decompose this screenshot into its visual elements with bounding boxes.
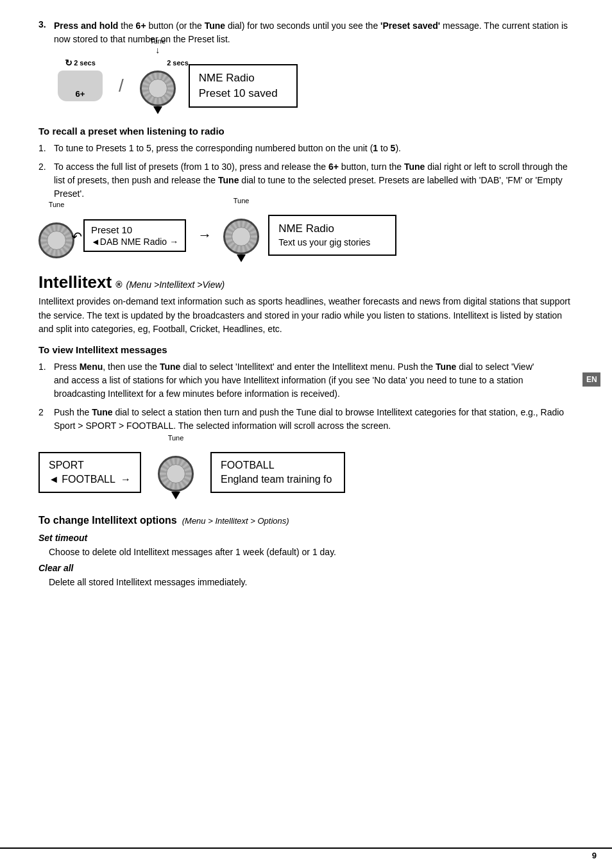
bottom-rule: [0, 847, 612, 849]
step-3-number: 3.: [38, 19, 54, 29]
preset-box-line2: Preset 10 saved: [199, 86, 287, 101]
en-badge: EN: [582, 372, 600, 387]
sport-arrow: →: [121, 472, 131, 487]
intellitext-heading: Intellitext® (Menu >Intellitext >View): [38, 272, 574, 292]
recall-item-1-num: 1.: [38, 142, 54, 155]
view-section: 1. Press Menu, then use the Tune dial to…: [38, 360, 574, 433]
tune-knurl-right: [223, 219, 259, 255]
tune-arrow-down: ↓: [155, 45, 160, 55]
tune-up-arrow-right: [237, 255, 246, 262]
view-item-2-num: 2: [38, 406, 54, 419]
football-box-line1: FOOTBALL: [221, 458, 335, 472]
nme-box: NME Radio Text us your gig stories: [268, 215, 396, 255]
change-heading: To change Intellitext options (Menu > In…: [38, 515, 574, 526]
nme-box-line2: Text us your gig stories: [278, 237, 386, 249]
tune-up-arrow-bottom: [171, 492, 180, 499]
secs2-label: 2 secs: [167, 59, 189, 67]
preset-display-box: Preset 10 ◄DAB NME Radio →: [83, 219, 186, 252]
sport-box-line1: SPORT: [49, 458, 131, 472]
slash-divider: /: [119, 76, 124, 96]
sport-box: SPORT ◄ FOOTBALL →: [38, 452, 141, 494]
view-item-1-num: 1.: [38, 360, 54, 374]
view-item-1-text: Press Menu, then use the Tune dial to se…: [54, 360, 548, 401]
tune-label-bottom: Tune: [168, 434, 184, 442]
tune-label-1: Tune: [149, 37, 166, 45]
recall-item-2-num: 2.: [38, 160, 54, 174]
clear-all-text: Delete all stored Intellitext messages i…: [49, 576, 574, 589]
clockwise-arrow-icon: ↻: [65, 58, 72, 68]
preset-box-preset-line: Preset 10: [91, 224, 178, 235]
set-timeout-text: Choose to delete old Intellitext message…: [49, 546, 574, 559]
btn-6plus-label: 6+: [76, 89, 85, 99]
preset-box-line1: NME Radio: [199, 71, 287, 86]
view-item-2: 2 Push the Tune dial to select a station…: [38, 406, 574, 433]
intellitext-body: Intellitext provides on-demand text info…: [38, 295, 574, 337]
preset-box-dab-line: ◄DAB NME Radio: [91, 237, 167, 247]
recall-item-1: 1. To tune to Presets 1 to 5, press the …: [38, 142, 574, 155]
view-item-2-text: Push the Tune dial to select a station t…: [54, 406, 574, 433]
sport-box-line2: ◄ FOOTBALL →: [49, 472, 131, 487]
tune-dial-bottom: Tune: [158, 446, 194, 499]
tune-knurl-left: [38, 222, 74, 258]
step3-diagram: ↻ 2 secs 6+ / Tune ↓ 2 secs: [58, 58, 574, 114]
arrow-between-icon: →: [198, 227, 212, 244]
tune-label-right: Tune: [234, 197, 250, 204]
reg-symbol: ®: [115, 280, 122, 290]
tune-center-bottom: [166, 464, 185, 483]
tune-dial-container-1: Tune ↓ 2 secs: [140, 58, 176, 114]
clear-all-label: Clear all: [38, 563, 574, 573]
preset-diagram-row: Tune ↷ Preset 10 ◄DAB NME Radio → → Tu: [38, 208, 574, 262]
tune-up-arrow: [153, 106, 162, 114]
tune-center-left: [47, 231, 66, 250]
secs1-label: 2 secs: [74, 59, 96, 67]
tune-knurl-bottom: [158, 456, 194, 492]
sport-box-football: ◄ FOOTBALL: [49, 472, 115, 487]
football-box-line2: England team training fo: [221, 472, 335, 487]
bottom-diagram-row: SPORT ◄ FOOTBALL → Tune FOOTB: [38, 446, 574, 499]
btn-6plus: 6+: [58, 71, 103, 101]
change-menu-path: (Menu > Intellitext > Options): [182, 516, 289, 526]
recall-heading: To recall a preset when listening to rad…: [38, 126, 574, 137]
view-heading: To view Intellitext messages: [38, 344, 574, 355]
nme-box-line1: NME Radio: [278, 221, 386, 237]
step-3-section: 3. Press and hold the 6+ button (or the …: [38, 19, 574, 46]
preset-arrow-right: →: [169, 237, 178, 247]
tune-knurl-1: [140, 71, 176, 106]
step-3-text: Press and hold the 6+ button (or the Tun…: [54, 19, 574, 46]
change-heading-text: To change Intellitext options: [38, 515, 177, 526]
tune-dial-left: Tune ↷: [38, 212, 74, 258]
set-timeout-label: Set timeout: [38, 533, 574, 543]
recall-item-2-text: To access the full list of presets (from…: [54, 160, 574, 201]
page-number: 9: [592, 851, 597, 860]
tune-label-left: Tune: [49, 201, 65, 208]
recall-item-1-text: To tune to Presets 1 to 5, press the cor…: [54, 142, 574, 155]
intellitext-title: Intellitext: [38, 272, 112, 292]
view-list: 1. Press Menu, then use the Tune dial to…: [38, 360, 574, 433]
preset-saved-box: NME Radio Preset 10 saved: [189, 64, 298, 108]
intellitext-menu-path: (Menu >Intellitext >View): [126, 280, 225, 290]
tune-center-right: [232, 227, 251, 246]
view-item-1: 1. Press Menu, then use the Tune dial to…: [38, 360, 548, 401]
football-box: FOOTBALL England team training fo: [210, 452, 345, 494]
preset-box-arrow-line: ◄DAB NME Radio →: [91, 237, 178, 247]
tune-dial-right: Tune: [223, 208, 259, 262]
recall-item-2: 2. To access the full list of presets (f…: [38, 160, 574, 201]
recall-list: 1. To tune to Presets 1 to 5, press the …: [38, 142, 574, 201]
btn-6plus-container: ↻ 2 secs 6+: [58, 71, 103, 101]
curved-arrow-icon: ↷: [71, 229, 82, 244]
tune-center-1: [148, 79, 167, 98]
